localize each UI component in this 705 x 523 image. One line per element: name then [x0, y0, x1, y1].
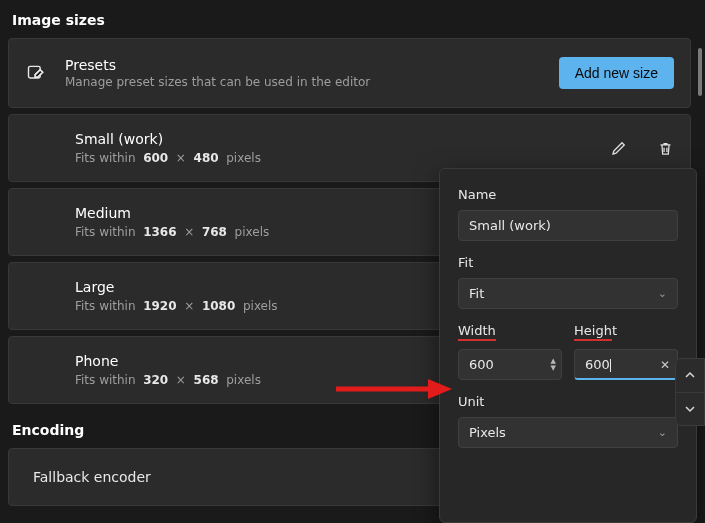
vertical-nav-pill: [675, 358, 705, 426]
edit-icon[interactable]: [610, 139, 628, 157]
nav-up-button[interactable]: [676, 359, 704, 393]
chevron-down-icon: ⌄: [658, 426, 667, 439]
name-label: Name: [458, 187, 678, 202]
fit-select[interactable]: Fit ⌄: [458, 278, 678, 309]
chevron-up-icon: [684, 369, 696, 381]
chevron-down-icon: [684, 403, 696, 415]
presets-header-card: Presets Manage preset sizes that can be …: [8, 38, 691, 108]
clear-icon[interactable]: ✕: [660, 358, 670, 372]
name-input[interactable]: [458, 210, 678, 241]
size-name: Small (work): [75, 131, 674, 147]
presets-title: Presets: [65, 57, 370, 73]
stepper-icon[interactable]: ▲▼: [551, 358, 556, 372]
chevron-down-icon: ⌄: [658, 287, 667, 300]
width-label: Width: [458, 323, 562, 341]
width-input[interactable]: [458, 349, 562, 380]
fit-value: Fit: [469, 286, 484, 301]
size-description: Fits within 600 × 480 pixels: [75, 151, 674, 165]
fit-label: Fit: [458, 255, 678, 270]
presets-icon: [25, 62, 47, 84]
delete-icon[interactable]: [656, 139, 674, 157]
section-title-image-sizes: Image sizes: [12, 12, 691, 28]
edit-size-panel: Name Fit Fit ⌄ Width ▲▼ Height 600 ✕: [439, 168, 697, 523]
presets-subtitle: Manage preset sizes that can be used in …: [65, 75, 370, 89]
unit-select[interactable]: Pixels ⌄: [458, 417, 678, 448]
unit-value: Pixels: [469, 425, 506, 440]
height-label: Height: [574, 323, 678, 341]
nav-down-button[interactable]: [676, 393, 704, 426]
unit-label: Unit: [458, 394, 678, 409]
add-new-size-button[interactable]: Add new size: [559, 57, 674, 89]
scrollbar-thumb[interactable]: [698, 48, 702, 96]
fallback-encoder-label: Fallback encoder: [33, 469, 151, 485]
